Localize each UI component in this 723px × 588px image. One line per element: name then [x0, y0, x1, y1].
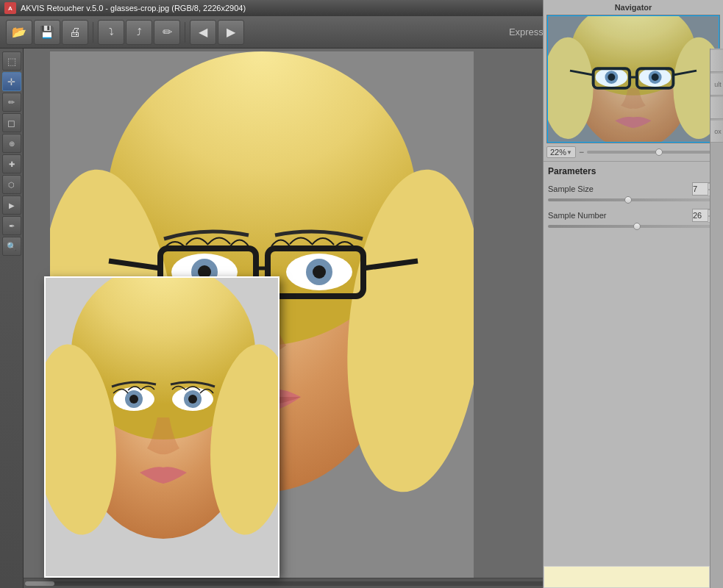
export-button[interactable]: ⤴ — [126, 20, 152, 45]
zoom-tool[interactable]: 🔍 — [2, 237, 21, 256]
eyedropper-tool[interactable]: ✒ — [2, 216, 21, 235]
sample-number-row: Sample Number 26 ▲ ▼ — [548, 209, 719, 228]
import-button[interactable]: ⤵ — [98, 20, 124, 45]
preview-popup-inner — [46, 278, 278, 576]
navigator: Navigator — [544, 0, 723, 162]
move-tool[interactable]: ✛ — [2, 72, 21, 91]
app-icon: A — [4, 2, 16, 14]
selection-tool[interactable]: ⬚ — [2, 51, 21, 71]
patch-tool[interactable]: ⬡ — [2, 175, 21, 194]
sample-size-label: Sample Size — [548, 184, 594, 193]
zoom-value: 22% — [550, 148, 566, 157]
right-panel: Navigator — [543, 0, 723, 588]
svg-point-25 — [129, 395, 138, 404]
toolbar-separator-2 — [185, 22, 185, 43]
sample-number-slider[interactable] — [548, 225, 719, 228]
sample-size-label-row: Sample Size 7 ▲ ▼ — [548, 182, 719, 196]
right-side-panel: ult ox — [710, 49, 723, 588]
parameters-title: Parameters — [548, 166, 719, 176]
scroll-thumb[interactable] — [25, 581, 54, 586]
side-panel-btn-2[interactable]: ult — [710, 74, 723, 96]
back-button[interactable]: ◀ — [190, 20, 216, 45]
zoom-controls: 22% ▼ − + — [546, 146, 720, 158]
side-panel-btn-3[interactable] — [710, 97, 723, 119]
side-panel-btn-1[interactable] — [710, 50, 723, 72]
navigator-preview[interactable] — [546, 15, 720, 143]
eraser-tool[interactable]: ◻ — [2, 113, 21, 132]
open-button[interactable]: 📂 — [6, 20, 32, 45]
clone-tool[interactable]: ⊕ — [2, 134, 21, 153]
title-bar-left: A AKVIS Retoucher v.5.0 - glasses-crop.j… — [4, 2, 246, 14]
toolbar-separator-1 — [93, 22, 93, 43]
zoom-slider-track[interactable] — [587, 151, 712, 154]
note-area — [544, 566, 710, 588]
window-title: AKVIS Retoucher v.5.0 - glasses-crop.jpg… — [21, 4, 246, 12]
parameters-panel: Parameters Sample Size 7 ▲ ▼ — [544, 162, 723, 588]
sample-size-row: Sample Size 7 ▲ ▼ — [548, 182, 719, 201]
print-button[interactable]: 🖨 — [62, 20, 88, 45]
tools-panel: ⬚ ✛ ✏ ◻ ⊕ ✚ ⬡ ▶ ✒ 🔍 — [0, 49, 24, 588]
healing-tool[interactable]: ✚ — [2, 154, 21, 173]
preview-face-illustration — [46, 278, 279, 578]
nav-viewport-box — [547, 15, 719, 143]
zoom-dropdown-icon[interactable]: ▼ — [566, 149, 572, 156]
save-button[interactable]: 💾 — [34, 20, 60, 45]
main-area: ⬚ ✛ ✏ ◻ ⊕ ✚ ⬡ ▶ ✒ 🔍 — [0, 49, 723, 588]
side-panel-btn-4[interactable]: ox — [710, 121, 723, 143]
zoom-display[interactable]: 22% ▼ — [546, 146, 576, 158]
sample-size-value: 7 — [693, 184, 697, 193]
sample-number-label-row: Sample Number 26 ▲ ▼ — [548, 209, 719, 222]
navigator-title: Navigator — [546, 3, 720, 12]
brush-button[interactable]: ✏ — [154, 20, 180, 45]
brush-tool[interactable]: ✏ — [2, 93, 21, 112]
zoom-slider-thumb[interactable] — [655, 148, 663, 156]
sample-number-value: 26 — [693, 211, 702, 220]
fill-tool[interactable]: ▶ — [2, 196, 21, 215]
forward-button[interactable]: ▶ — [218, 20, 244, 45]
sample-number-thumb[interactable] — [633, 223, 641, 230]
sample-size-thumb[interactable] — [624, 196, 632, 204]
zoom-out-button[interactable]: − — [579, 147, 584, 157]
sample-size-slider[interactable] — [548, 198, 719, 201]
preview-popup — [44, 276, 279, 578]
svg-point-10 — [313, 265, 326, 279]
sample-number-label: Sample Number — [548, 211, 606, 220]
svg-point-26 — [188, 395, 197, 404]
